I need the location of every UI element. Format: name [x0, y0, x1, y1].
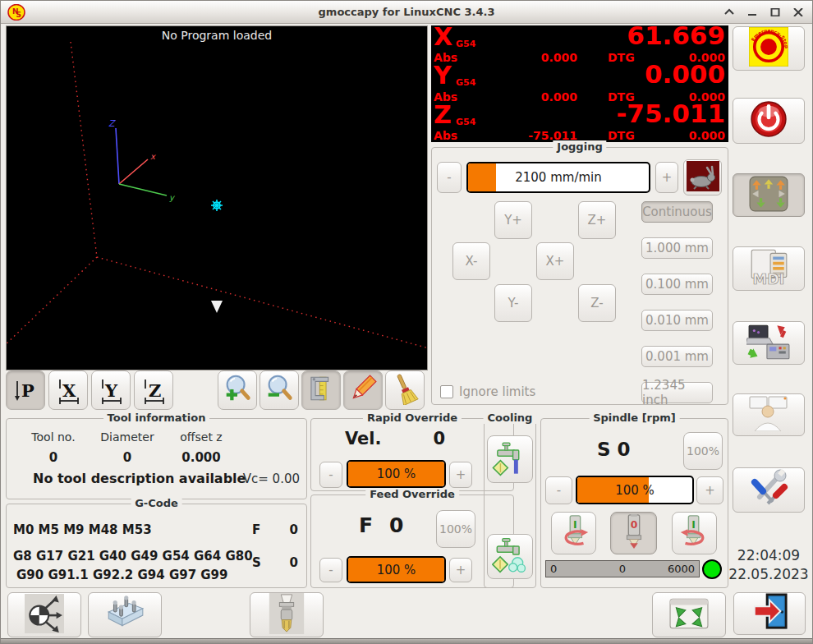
active-g-codes-line2: G90 G91.1 G92.2 G94 G97 G99 — [13, 566, 253, 585]
jog-x-minus-button[interactable]: X- — [452, 242, 490, 280]
clear-plot-button[interactable] — [385, 370, 425, 410]
spindle-reset-100-button[interactable]: 100% — [683, 432, 723, 470]
f-value: 0 — [290, 522, 298, 537]
increment-0001mm-button[interactable]: 0.001 mm — [641, 346, 713, 367]
s-value: 0 — [290, 555, 298, 570]
axis-value: 0.000 — [645, 59, 725, 89]
view-perspective-button[interactable]: P — [6, 370, 45, 410]
exit-button[interactable] — [733, 592, 806, 635]
dro-axis-y[interactable]: Y G54 0.000 Abs0.000DTG0.000 — [431, 64, 728, 103]
jog-z-minus-button[interactable]: Z- — [578, 284, 616, 322]
flood-coolant-button[interactable] — [487, 435, 533, 483]
auto-mode-button[interactable] — [733, 321, 805, 365]
plus-label: + — [662, 170, 673, 185]
svg-text:S: S — [16, 11, 21, 19]
zoom-out-button[interactable] — [260, 370, 299, 410]
dro-axis-x[interactable]: X G54 61.669 Abs0.000DTG0.000 — [431, 25, 728, 64]
spindle-slider-value: 100 % — [577, 477, 692, 503]
abs-label: Abs — [434, 129, 457, 142]
jog-speed-minus-button[interactable]: - — [437, 162, 462, 193]
minimize-window-icon[interactable] — [743, 4, 761, 21]
operator-icon — [747, 395, 790, 435]
spindle-title: Spindle [rpm] — [589, 412, 680, 424]
mdi-icon: MDI — [747, 248, 790, 289]
cw-glyph: I — [691, 518, 696, 531]
dro-panel: X G54 61.669 Abs0.000DTG0.000 Y G54 0.00… — [431, 25, 728, 142]
jog-x-plus-button[interactable]: X+ — [536, 242, 574, 280]
spindle-stop-button[interactable]: 0 — [610, 512, 657, 554]
feed-override-slider[interactable]: 100 % — [347, 556, 446, 583]
feed-reset-100-button[interactable]: 100% — [436, 510, 475, 548]
cooling-title: Cooling — [484, 412, 537, 424]
zoom-out-icon — [264, 373, 295, 407]
close-window-icon[interactable] — [789, 4, 807, 21]
jog-label: Z+ — [588, 213, 607, 228]
jog-y-plus-button[interactable]: Y+ — [494, 201, 532, 239]
rapid-minus-button[interactable]: - — [319, 462, 342, 488]
jog-speed-slider[interactable]: 2100 mm/min — [466, 162, 650, 193]
rpm-current: 0 — [619, 563, 626, 575]
increment-001mm-button[interactable]: 0.010 mm — [641, 310, 713, 331]
feed-plus-button[interactable]: + — [449, 558, 472, 582]
increment-continuous-button[interactable]: Continuous — [641, 201, 713, 223]
increment-01mm-button[interactable]: 0.100 mm — [641, 274, 713, 295]
spindle-stop-icon: 0 — [615, 513, 653, 553]
increment-inch-button[interactable]: 1.2345 inch — [641, 382, 713, 403]
spindle-override-slider[interactable]: 100 % — [576, 476, 694, 504]
mdi-mode-button[interactable]: MDI — [733, 246, 805, 291]
estop-button[interactable]: Emergency-Stop — [733, 26, 805, 71]
jog-label: Z- — [590, 296, 603, 310]
jogging-panel: Jogging - 2100 mm/min + Y+ Z+ X- X+ Y- Z… — [431, 147, 728, 405]
spindle-cw-button[interactable]: I — [672, 512, 717, 554]
abs-value: 0.000 — [480, 90, 577, 104]
vel-label: Vel. — [345, 429, 382, 448]
spindle-ccw-button[interactable]: I — [551, 512, 596, 554]
view-x-letter: X — [62, 380, 76, 401]
gremlin-3d-preview[interactable]: No Program loaded Z x y — [6, 25, 428, 370]
rapid-plus-button[interactable]: + — [449, 462, 472, 488]
view-y-button[interactable]: Y — [91, 370, 131, 410]
dro-axis-z[interactable]: Z G54 -75.011 Abs-75.011DTG0.000 — [431, 104, 728, 142]
block-height-button[interactable] — [88, 592, 162, 637]
fullscreen-icon — [669, 598, 709, 632]
increment-1mm-button[interactable]: 1.000 mm — [641, 237, 713, 259]
mist-coolant-button[interactable] — [487, 534, 533, 579]
jog-speed-plus-button[interactable]: + — [655, 162, 678, 193]
coord-system: G54 — [456, 39, 475, 49]
stop-glyph: 0 — [630, 518, 637, 531]
increment-label: 0.100 mm — [645, 277, 709, 292]
show-dimensions-button[interactable] — [301, 370, 341, 410]
manual-mode-button[interactable] — [733, 173, 805, 217]
spindle-reset-label: 100% — [687, 444, 719, 458]
jogging-title: Jogging — [553, 140, 606, 153]
s-label: S — [252, 555, 261, 570]
rapid-override-slider[interactable]: 100 % — [347, 460, 446, 488]
draw-path-button[interactable] — [343, 370, 383, 410]
jog-z-plus-button[interactable]: Z+ — [578, 201, 616, 239]
jog-turbo-button[interactable] — [683, 159, 722, 196]
view-z-button[interactable]: Z — [134, 370, 173, 410]
shade-window-icon[interactable] — [720, 4, 738, 21]
axis-value: 61.669 — [627, 21, 725, 50]
spindle-minus-button[interactable]: - — [545, 476, 572, 504]
maximize-window-icon[interactable] — [766, 4, 784, 21]
view-x-button[interactable]: X — [48, 370, 88, 410]
touch-off-icon — [24, 594, 65, 637]
zoom-in-button[interactable] — [218, 370, 257, 410]
jog-label: Y- — [508, 296, 519, 310]
fullscreen-button[interactable] — [652, 592, 726, 637]
feed-minus-button[interactable]: - — [319, 558, 342, 582]
user-settings-button[interactable] — [733, 393, 805, 436]
minus-label: - — [447, 170, 451, 185]
view-z-letter: Z — [149, 380, 161, 401]
coord-system: G54 — [456, 77, 475, 88]
settings-tools-button[interactable] — [733, 467, 805, 513]
dtg-value: 0.000 — [689, 129, 725, 142]
clock-block: 22:04:09 22.05.2023 — [723, 546, 813, 584]
machine-on-button[interactable] — [733, 98, 805, 144]
ignore-limits-checkbox[interactable] — [440, 385, 453, 398]
tool-measure-button[interactable] — [250, 592, 324, 637]
touch-off-button[interactable] — [7, 592, 81, 637]
spindle-plus-button[interactable]: + — [696, 476, 723, 504]
jog-y-minus-button[interactable]: Y- — [494, 284, 532, 322]
